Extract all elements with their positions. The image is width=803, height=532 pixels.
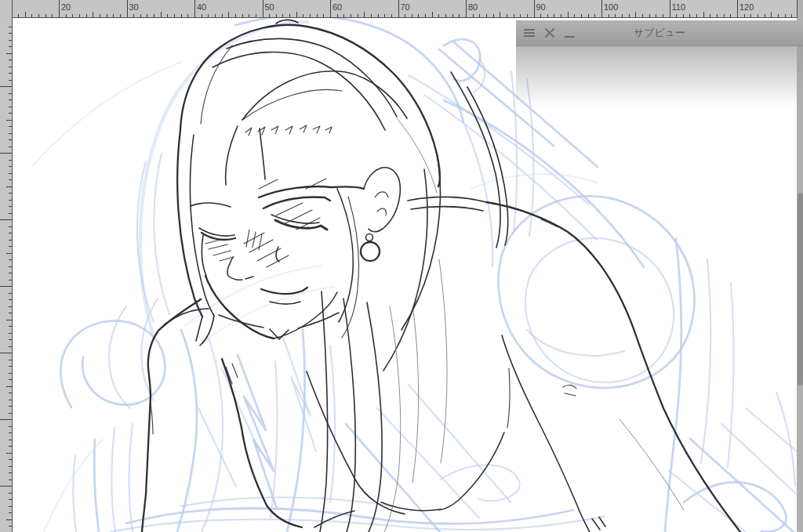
- ruler-tick: [9, 27, 12, 27]
- ruler-tick: [25, 12, 26, 17]
- ruler-tick: [6, 53, 12, 54]
- ruler-tick: [750, 14, 751, 17]
- ruler-tick: [9, 506, 12, 507]
- ruler-tick: [540, 14, 541, 17]
- ruler-tick: [771, 12, 772, 17]
- scrollbar-thumb[interactable]: [798, 193, 803, 385]
- ruler-tick: [6, 453, 12, 454]
- ruler-tick: [181, 14, 182, 17]
- ruler-tick: [730, 14, 731, 17]
- ruler-tick: [9, 113, 12, 114]
- ruler-tick: [683, 14, 684, 17]
- ruler-tick: [0, 86, 12, 87]
- ruler-label: 100: [604, 2, 618, 13]
- ruler-tick: [9, 80, 12, 81]
- ruler-tick: [45, 14, 46, 17]
- ruler-tick: [737, 0, 738, 17]
- ruler-tick: [507, 14, 507, 17]
- subview-panel[interactable]: サブビュー: [516, 20, 803, 46]
- ruler-tick: [310, 14, 311, 17]
- ruler-tick: [534, 0, 535, 17]
- ruler-tick: [615, 14, 616, 17]
- ruler-tick: [554, 14, 554, 17]
- ruler-tick: [9, 293, 12, 294]
- ruler-label: 80: [468, 2, 478, 13]
- ruler-tick: [127, 0, 128, 17]
- ruler-tick: [9, 147, 12, 147]
- ruler-tick: [479, 14, 480, 17]
- ruler-tick: [66, 14, 67, 17]
- ruler-tick: [561, 14, 561, 17]
- ruler-tick: [9, 226, 12, 227]
- ruler-tick: [9, 400, 12, 400]
- minimize-icon[interactable]: [563, 26, 577, 40]
- ruler-tick: [9, 313, 12, 313]
- ruler-tick: [9, 46, 12, 47]
- ruler-tick: [758, 14, 758, 17]
- ruler-label: 60: [0, 422, 1, 454]
- ruler-tick: [9, 273, 12, 273]
- ruler-tick: [9, 480, 12, 480]
- ruler-tick: [31, 14, 32, 17]
- subview-panel-title: サブビュー: [516, 26, 803, 40]
- ruler-tick: [0, 419, 12, 420]
- ruler-tick: [9, 459, 12, 460]
- ruler-label: 10: [0, 89, 1, 121]
- ruler-tick: [493, 14, 494, 17]
- ruler-tick: [6, 253, 12, 254]
- ruler-tick: [6, 186, 12, 187]
- ruler-label: 120: [739, 2, 754, 13]
- ruler-tick: [0, 486, 12, 487]
- ruler-tick: [249, 14, 249, 17]
- ruler-tick: [364, 12, 365, 17]
- ruler-tick: [9, 93, 12, 94]
- ruler-tick: [147, 14, 147, 17]
- ruler-tick: [785, 14, 786, 17]
- close-icon[interactable]: [543, 26, 557, 40]
- ruler-tick: [459, 14, 460, 17]
- ruler-tick: [663, 14, 663, 17]
- ruler-tick: [514, 14, 514, 17]
- vertical-scrollbar[interactable]: [797, 0, 803, 532]
- ruler-tick: [9, 246, 12, 247]
- ruler-tick: [343, 14, 344, 17]
- ruler-tick: [303, 14, 303, 17]
- ruler-tick: [9, 326, 12, 327]
- ruler-tick: [473, 14, 474, 17]
- canvas-workspace: 2030405060708090100110120 10203040506070…: [0, 0, 803, 532]
- ruler-tick: [59, 0, 60, 17]
- ruler-tick: [167, 14, 168, 17]
- ruler-tick: [9, 366, 12, 367]
- ruler-tick: [9, 126, 12, 127]
- canvas-paper: [0, 0, 803, 532]
- ruler-tick: [269, 14, 270, 17]
- ruler-tick: [9, 406, 12, 407]
- ruler-tick: [9, 67, 12, 67]
- ruler-tick: [9, 73, 12, 74]
- ruler-tick: [140, 14, 141, 17]
- ruler-tick: [154, 14, 154, 17]
- ruler-tick: [412, 14, 412, 17]
- ruler-tick: [9, 173, 12, 174]
- canvas-artwork[interactable]: [0, 0, 803, 532]
- ruler-label: 50: [0, 356, 1, 387]
- ruler-tick: [6, 386, 12, 387]
- ruler-tick: [520, 14, 521, 17]
- ruler-tick: [9, 266, 12, 267]
- ruler-tick: [391, 14, 392, 17]
- ruler-tick: [466, 0, 467, 17]
- ruler-tick: [724, 14, 725, 17]
- ruler-tick: [86, 14, 87, 17]
- ruler-tick: [9, 33, 12, 34]
- ruler-tick: [9, 440, 12, 440]
- ruler-label: 20: [61, 2, 71, 13]
- ruler-horizontal: 2030405060708090100110120: [0, 0, 798, 18]
- ruler-tick: [0, 286, 12, 287]
- ruler-tick: [72, 14, 73, 17]
- ruler-tick: [9, 206, 12, 207]
- ruler-tick: [9, 193, 12, 194]
- menu-icon[interactable]: [522, 26, 536, 40]
- ruler-tick: [744, 14, 745, 17]
- ruler-tick: [317, 14, 318, 17]
- ruler-tick: [418, 14, 419, 17]
